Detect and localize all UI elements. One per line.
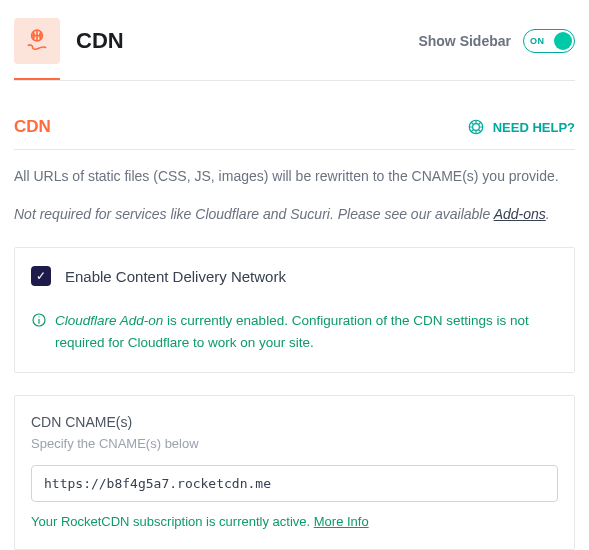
page-header: CDN Show Sidebar ON (14, 14, 575, 78)
enable-cdn-label: Enable Content Delivery Network (65, 268, 286, 285)
toggle-knob (554, 32, 572, 50)
sidebar-toggle[interactable]: ON (523, 29, 575, 53)
help-icon (467, 118, 485, 136)
cdn-icon (14, 18, 60, 64)
cname-title: CDN CNAME(s) (31, 414, 558, 430)
header-left: CDN (14, 18, 124, 64)
enable-row: ✓ Enable Content Delivery Network (31, 266, 558, 286)
page-title: CDN (76, 28, 124, 54)
rocketcdn-active-note: Your RocketCDN subscription is currently… (31, 514, 558, 529)
enable-cdn-checkbox[interactable]: ✓ (31, 266, 51, 286)
section-description-1: All URLs of static files (CSS, JS, image… (14, 166, 575, 188)
info-icon (31, 312, 47, 328)
notice-addon-name: Cloudflare Add-on (55, 313, 163, 328)
enable-card: ✓ Enable Content Delivery Network Cloudf… (14, 247, 575, 372)
more-info-link[interactable]: More Info (314, 514, 369, 529)
show-sidebar-label: Show Sidebar (418, 33, 511, 49)
cloudflare-notice: Cloudflare Add-on is currently enabled. … (31, 310, 558, 353)
cname-input[interactable] (31, 465, 558, 502)
header-divider (14, 80, 575, 81)
section-title: CDN (14, 117, 51, 137)
addons-link[interactable]: Add-ons (494, 206, 546, 222)
need-help-button[interactable]: NEED HELP? (467, 118, 575, 136)
header-right: Show Sidebar ON (418, 29, 575, 53)
need-help-label: NEED HELP? (493, 120, 575, 135)
toggle-on-label: ON (530, 36, 545, 46)
section-description-2: Not required for services like Cloudflar… (14, 204, 575, 226)
section-header: CDN NEED HELP? (14, 117, 575, 150)
cname-subtitle: Specify the CNAME(s) below (31, 436, 558, 451)
svg-point-2 (472, 124, 479, 131)
cname-card: CDN CNAME(s) Specify the CNAME(s) below … (14, 395, 575, 550)
